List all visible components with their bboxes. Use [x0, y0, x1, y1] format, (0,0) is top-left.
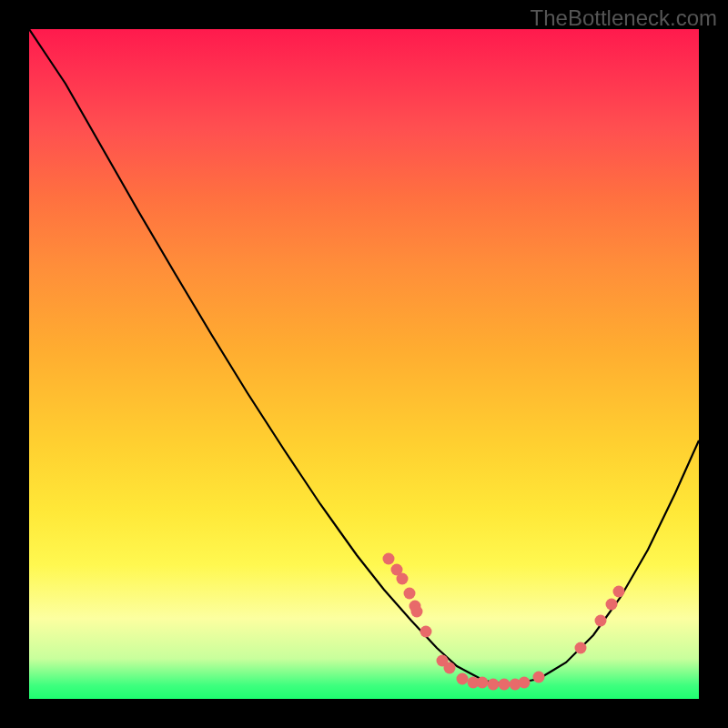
- data-dot: [420, 626, 432, 638]
- data-dot: [404, 588, 416, 600]
- data-dot: [397, 573, 409, 585]
- dots-group: [383, 553, 625, 691]
- data-dot: [519, 677, 531, 689]
- data-dot: [606, 599, 618, 611]
- data-dot: [575, 642, 587, 654]
- data-dot: [595, 615, 607, 627]
- watermark-text: TheBottleneck.com: [531, 5, 717, 31]
- data-dot: [613, 586, 625, 598]
- chart-svg: [29, 29, 699, 699]
- data-dot: [411, 606, 423, 618]
- data-dot: [444, 662, 456, 674]
- data-dot: [457, 673, 469, 685]
- data-dot: [477, 677, 489, 689]
- data-dot: [488, 679, 500, 691]
- data-dot: [383, 553, 395, 565]
- plot-area: [29, 29, 699, 699]
- data-dot: [533, 672, 545, 683]
- bottleneck-curve: [29, 29, 699, 684]
- data-dot: [499, 679, 511, 691]
